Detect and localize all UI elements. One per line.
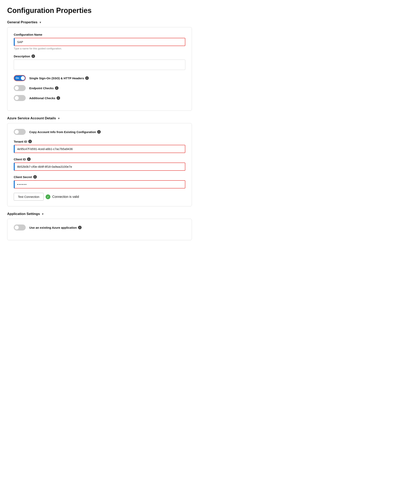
sso-toggle-knob bbox=[21, 76, 25, 80]
connection-valid-icon: ✓ bbox=[46, 194, 50, 199]
existing-azure-knob bbox=[15, 226, 19, 229]
sso-on-label: On bbox=[16, 77, 19, 79]
client-id-info-icon[interactable]: i bbox=[27, 157, 31, 161]
existing-azure-label: Use an existing Azure application i bbox=[29, 226, 82, 229]
existing-azure-row: Use an existing Azure application i bbox=[14, 224, 185, 230]
client-secret-info-icon[interactable]: i bbox=[33, 175, 37, 179]
connection-status-row: Test Connection ✓ Connection is valid bbox=[14, 193, 185, 201]
description-info-icon[interactable]: i bbox=[31, 54, 35, 58]
additional-info-icon[interactable]: i bbox=[57, 96, 60, 100]
config-name-group: Configuration Name Type a name for this … bbox=[14, 33, 185, 50]
endpoint-toggle[interactable] bbox=[14, 85, 26, 91]
endpoint-toggle-row: Endpoint Checks i bbox=[14, 85, 185, 91]
azure-section-header: Azure Service Account Details ▼ bbox=[7, 116, 192, 120]
existing-azure-toggle[interactable] bbox=[14, 224, 26, 230]
tenant-id-group: Tenant ID i bbox=[14, 140, 185, 153]
config-name-label: Configuration Name bbox=[14, 33, 185, 36]
app-settings-header: Application Settings ▼ bbox=[7, 212, 192, 216]
client-secret-label: Client Secret i bbox=[14, 175, 185, 179]
endpoint-info-icon[interactable]: i bbox=[55, 86, 59, 90]
connection-valid-text: Connection is valid bbox=[52, 195, 79, 199]
general-properties-header: General Properties ▼ bbox=[7, 20, 192, 24]
tenant-info-icon[interactable]: i bbox=[28, 140, 32, 143]
sso-toggle-label: Single Sign-On (SSO) & HTTP Headers i bbox=[29, 76, 89, 80]
config-name-input[interactable] bbox=[14, 38, 185, 46]
client-id-label: Client ID i bbox=[14, 157, 185, 161]
sso-info-icon[interactable]: i bbox=[85, 76, 89, 80]
client-secret-group: Client Secret i bbox=[14, 175, 185, 188]
client-secret-input[interactable] bbox=[14, 180, 185, 188]
additional-toggle[interactable] bbox=[14, 95, 26, 101]
additional-toggle-label: Additional Checks i bbox=[29, 96, 60, 100]
endpoint-toggle-label: Endpoint Checks i bbox=[29, 86, 59, 90]
sso-toggle[interactable]: On bbox=[14, 75, 26, 81]
description-input[interactable] bbox=[14, 60, 185, 70]
azure-chevron[interactable]: ▼ bbox=[58, 117, 60, 120]
copy-info-icon[interactable]: i bbox=[97, 130, 101, 134]
copy-account-toggle[interactable] bbox=[14, 129, 26, 135]
sso-toggle-row: On Single Sign-On (SSO) & HTTP Headers i bbox=[14, 75, 185, 81]
copy-account-row: Copy Account Info from Existing Configur… bbox=[14, 129, 185, 135]
azure-section-card: Copy Account Info from Existing Configur… bbox=[7, 123, 192, 206]
page-title: Configuration Properties bbox=[7, 6, 192, 15]
general-properties-card: Configuration Name Type a name for this … bbox=[7, 27, 192, 111]
copy-toggle-knob bbox=[15, 130, 19, 134]
additional-toggle-row: Additional Checks i bbox=[14, 95, 185, 101]
test-connection-button[interactable]: Test Connection bbox=[14, 193, 44, 201]
client-id-group: Client ID i bbox=[14, 157, 185, 171]
tenant-id-input[interactable] bbox=[14, 145, 185, 153]
azure-section-label: Azure Service Account Details bbox=[7, 116, 56, 120]
app-settings-label: Application Settings bbox=[7, 212, 40, 216]
general-properties-label: General Properties bbox=[7, 20, 37, 24]
endpoint-toggle-knob bbox=[15, 86, 19, 90]
description-group: Description i bbox=[14, 54, 185, 71]
general-properties-chevron[interactable]: ▼ bbox=[39, 21, 41, 24]
config-name-hint: Type a name for this guided configuratio… bbox=[14, 47, 185, 50]
existing-azure-info-icon[interactable]: i bbox=[78, 226, 82, 229]
client-id-input[interactable] bbox=[14, 162, 185, 171]
additional-toggle-knob bbox=[15, 96, 19, 100]
app-settings-card: Use an existing Azure application i bbox=[7, 219, 192, 240]
copy-account-label: Copy Account Info from Existing Configur… bbox=[29, 130, 101, 134]
app-settings-chevron[interactable]: ▼ bbox=[41, 213, 44, 216]
tenant-id-label: Tenant ID i bbox=[14, 140, 185, 143]
description-label: Description i bbox=[14, 54, 185, 58]
